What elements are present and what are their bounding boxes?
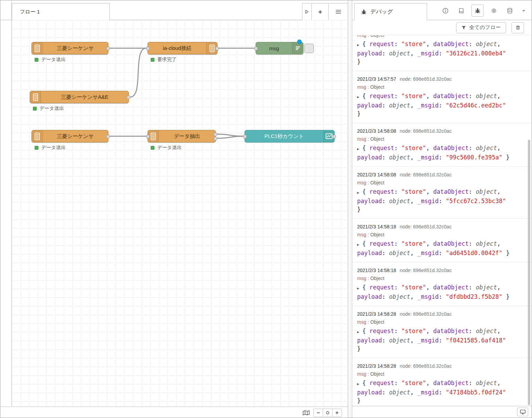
debug-message-list[interactable]: msg : Object▶{ request: "store", dataObj… [352, 35, 532, 406]
message-meta: 2021/2/3 14:58:08node: 696e851d.32c0ac [357, 171, 525, 179]
debug-message: 2021/2/3 14:58:18node: 696e851d.32c0acms… [352, 262, 532, 306]
status-dot [33, 107, 37, 111]
play-icon [305, 10, 309, 14]
message-timestamp: 2021/2/3 14:58:08 [357, 128, 396, 134]
context-tab-button[interactable] [504, 5, 515, 16]
info-tab-button[interactable] [440, 5, 451, 16]
output-port[interactable] [332, 135, 336, 138]
navigator-button[interactable] [302, 409, 311, 417]
output-port[interactable] [106, 135, 110, 138]
debug-toolbar: 全てのフロー [352, 20, 532, 35]
context-icon [507, 8, 513, 14]
input-port[interactable] [243, 135, 247, 138]
input-port[interactable] [146, 47, 150, 50]
debug-message: 2021/2/3 14:57:57node: 696e851d.32c0acms… [352, 71, 532, 123]
zoom-in-button[interactable] [332, 409, 342, 417]
workspace-tab-buttons [302, 3, 348, 20]
zoom-reset-button[interactable] [323, 409, 332, 417]
caret-down-tab-button[interactable] [520, 5, 527, 16]
message-node-id: node: 696e851d.32c0ac [400, 172, 452, 177]
device-icon [32, 130, 43, 142]
message-path: msg : Object [357, 35, 525, 39]
changed-indicator [297, 40, 302, 44]
node-label: データ抽出 [159, 130, 215, 142]
message-meta: 2021/2/3 14:58:18node: 696e851d.32c0ac [357, 223, 525, 231]
add-flow-button[interactable] [311, 3, 328, 20]
info-icon [442, 8, 449, 14]
node-msg-debug[interactable]: msg [256, 42, 303, 54]
node-extract[interactable]: データ抽出 [148, 130, 216, 142]
open-debug-window-button[interactable] [517, 408, 528, 416]
flow-tab[interactable]: フロー 1 [12, 3, 110, 20]
node-label: ia-cloud接続 [148, 42, 206, 54]
clear-messages-button[interactable] [512, 22, 524, 33]
scrollbar-thumb[interactable] [528, 140, 530, 405]
node-plc-a[interactable]: 三菱シーケンサ [32, 42, 108, 54]
status-text: 要求完了 [157, 56, 177, 63]
device-icon [30, 91, 41, 103]
bug-tab-button[interactable] [471, 5, 484, 17]
debug-message: 2021/2/3 14:58:18node: 696e851d.32c0acms… [352, 219, 532, 262]
palette-header [0, 0, 12, 20]
message-meta: 2021/2/3 14:58:28node: 696e851d.32c0ac [357, 310, 525, 318]
gear-tab-button[interactable] [488, 5, 499, 16]
flow-canvas[interactable]: 三菱シーケンサデータ送出ia-cloud接続要求完了msg三菱シーケンサA&Eデ… [12, 20, 348, 407]
node-plc-ae[interactable]: 三菱シーケンサA&E [30, 91, 129, 103]
sidebar: デバッグ 全てのフロー msg : Object▶{ request: "sto… [352, 0, 532, 418]
message-node-id: node: 696e851d.32c0ac [400, 363, 452, 369]
add-flow-icon [318, 9, 323, 15]
output-port[interactable] [106, 47, 110, 50]
zoom-in-icon [335, 411, 339, 415]
message-path: msg : Object [357, 179, 525, 187]
device-icon [32, 42, 43, 54]
expand-caret-icon[interactable]: ▶ [357, 382, 359, 386]
status-dot [35, 58, 38, 62]
message-node-id: node: 696e851d.32c0ac [400, 224, 452, 229]
debug-message: 2021/2/3 14:58:28node: 696e851d.32c0acms… [352, 306, 532, 358]
output-port[interactable] [215, 47, 219, 50]
node-layer: 三菱シーケンサデータ送出ia-cloud接続要求完了msg三菱シーケンサA&Eデ… [12, 20, 348, 407]
expand-caret-icon[interactable]: ▶ [357, 243, 359, 246]
node-status: データ送出 [35, 56, 66, 63]
output-port[interactable] [214, 133, 217, 136]
expand-caret-icon[interactable]: ▶ [357, 147, 359, 151]
expand-caret-icon[interactable]: ▶ [357, 330, 359, 334]
expand-caret-icon[interactable]: ▶ [357, 95, 359, 99]
status-dot [151, 58, 154, 62]
sidebar-footer [352, 406, 532, 418]
message-timestamp: 2021/2/3 14:58:28 [357, 363, 396, 369]
panel-splitter[interactable] [348, 0, 352, 418]
message-node-id: node: 696e851d.32c0ac [400, 268, 452, 273]
debug-message: 2021/2/3 14:58:08node: 696e851d.32c0acms… [352, 167, 532, 219]
node-iacloud[interactable]: ia-cloud接続 [148, 42, 218, 54]
message-payload: ▶{ request: "store", dataObject: object,… [357, 40, 525, 66]
gear-icon [491, 8, 497, 14]
debug-tab[interactable]: デバッグ [354, 3, 427, 20]
expand-caret-icon[interactable]: ▶ [357, 286, 359, 290]
status-text: データ送出 [39, 105, 64, 112]
palette-strip [0, 20, 12, 406]
status-text: データ送出 [41, 56, 66, 63]
debug-toggle-button[interactable] [304, 44, 314, 53]
node-plc-b[interactable]: 三菱シーケンサ [32, 130, 108, 142]
expand-caret-icon[interactable]: ▶ [357, 43, 359, 47]
expand-tabs-button[interactable] [302, 3, 311, 20]
node-chart[interactable]: PLC1秒カウント [245, 130, 335, 142]
zoom-out-button[interactable] [314, 409, 323, 417]
book-tab-button[interactable] [455, 5, 467, 16]
message-meta: 2021/2/3 14:58:08node: 696e851d.32c0ac [357, 127, 525, 135]
zoom-controls [313, 409, 342, 417]
zoom-reset-icon [326, 411, 330, 415]
expand-caret-icon[interactable]: ▶ [357, 191, 359, 194]
input-port[interactable] [254, 47, 258, 50]
input-port[interactable] [146, 135, 150, 138]
message-path: msg : Object [357, 135, 525, 143]
message-node-id: node: 696e851d.32c0ac [400, 128, 452, 134]
node-status: データ送出 [35, 145, 66, 151]
output-port[interactable] [214, 137, 217, 140]
output-port[interactable] [127, 96, 130, 99]
debug-filter-button[interactable]: 全てのフロー [456, 22, 506, 33]
message-timestamp: 2021/2/3 14:57:57 [357, 76, 396, 82]
flow-list-button[interactable] [328, 3, 348, 20]
node-status: 要求完了 [151, 56, 177, 63]
